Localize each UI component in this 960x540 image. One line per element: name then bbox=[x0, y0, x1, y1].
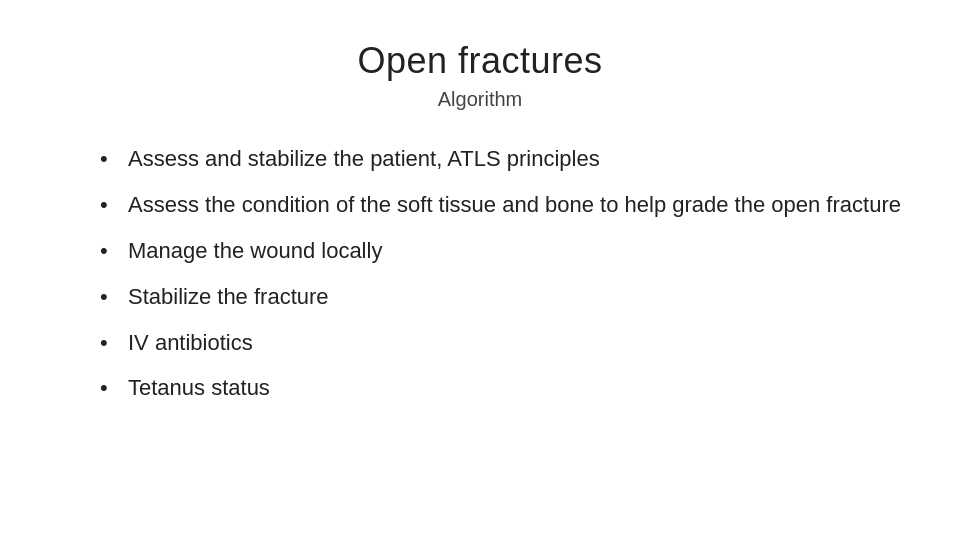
bullet-text-1: Assess and stabilize the patient, ATLS p… bbox=[128, 143, 920, 175]
bullet-text-6: Tetanus status bbox=[128, 372, 920, 404]
list-item: •Stabilize the fracture bbox=[100, 281, 920, 313]
list-item: •IV antibiotics bbox=[100, 327, 920, 359]
bullet-text-2: Assess the condition of the soft tissue … bbox=[128, 189, 920, 221]
list-item: •Assess and stabilize the patient, ATLS … bbox=[100, 143, 920, 175]
slide-title: Open fractures bbox=[357, 40, 602, 82]
list-item: •Manage the wound locally bbox=[100, 235, 920, 267]
slide: Open fractures Algorithm •Assess and sta… bbox=[0, 0, 960, 540]
bullet-dot-icon: • bbox=[100, 235, 122, 267]
list-item: •Tetanus status bbox=[100, 372, 920, 404]
bullet-dot-icon: • bbox=[100, 281, 122, 313]
bullet-text-3: Manage the wound locally bbox=[128, 235, 920, 267]
bullet-dot-icon: • bbox=[100, 327, 122, 359]
bullet-dot-icon: • bbox=[100, 189, 122, 221]
bullet-text-5: IV antibiotics bbox=[128, 327, 920, 359]
slide-subtitle: Algorithm bbox=[438, 88, 522, 111]
bullet-dot-icon: • bbox=[100, 372, 122, 404]
bullet-dot-icon: • bbox=[100, 143, 122, 175]
bullet-list: •Assess and stabilize the patient, ATLS … bbox=[100, 143, 920, 418]
bullet-text-4: Stabilize the fracture bbox=[128, 281, 920, 313]
list-item: •Assess the condition of the soft tissue… bbox=[100, 189, 920, 221]
